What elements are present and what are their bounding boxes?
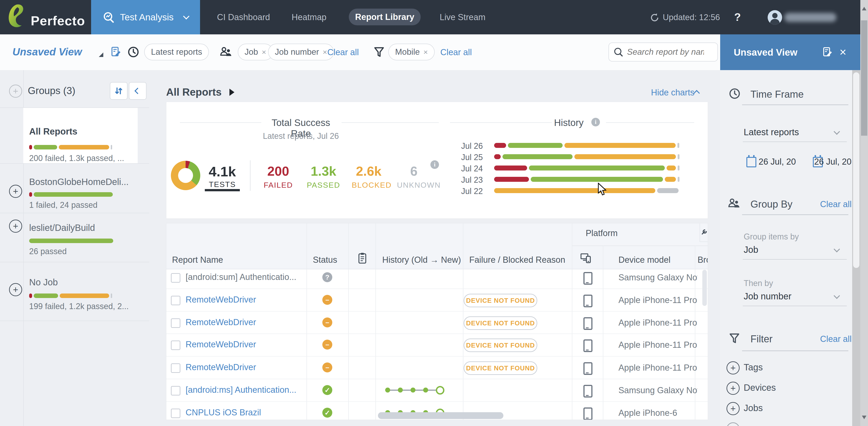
close-icon[interactable]: × xyxy=(423,48,428,57)
row-checkbox[interactable] xyxy=(171,273,180,283)
then-by-select[interactable]: Job number xyxy=(744,291,792,301)
group-chip-job[interactable]: Job× xyxy=(238,43,273,60)
scroll-down-icon[interactable] xyxy=(862,416,866,419)
avatar[interactable] xyxy=(768,10,782,25)
report-name[interactable]: RemoteWebDriver xyxy=(186,340,256,349)
filter-item-jobs[interactable]: Jobs xyxy=(744,403,763,413)
group-items-select[interactable]: Job xyxy=(744,245,758,255)
col-report-name[interactable]: Report Name xyxy=(172,255,223,265)
add-devices-filter-icon[interactable]: + xyxy=(726,382,740,395)
row-checkbox[interactable] xyxy=(171,386,180,395)
group-chip-job-number[interactable]: Job number× xyxy=(268,43,334,60)
filter-chip-mobile[interactable]: Mobile× xyxy=(388,43,435,60)
wrench-cell[interactable] xyxy=(700,223,708,242)
save-view-icon[interactable] xyxy=(110,46,121,57)
row-checkbox[interactable] xyxy=(171,318,180,328)
close-icon[interactable]: × xyxy=(262,48,266,57)
report-name[interactable]: RemoteWebDriver xyxy=(186,317,256,327)
filter-clear-all[interactable]: Clear all xyxy=(440,48,472,57)
nav-item-ci-dashboard[interactable]: CI Dashboard xyxy=(217,0,270,34)
add-group-icon[interactable]: + xyxy=(9,85,22,98)
history-dots[interactable] xyxy=(385,386,451,395)
phone-icon xyxy=(583,407,592,420)
expand-group-icon[interactable]: + xyxy=(9,185,22,198)
help-icon[interactable]: ? xyxy=(734,11,741,23)
expand-group-icon[interactable]: + xyxy=(9,219,22,233)
chevron-down-icon[interactable] xyxy=(834,246,840,252)
clipboard-icon[interactable] xyxy=(358,252,367,264)
table-horizontal-scrollbar[interactable] xyxy=(378,412,503,419)
col-browser[interactable]: Bro xyxy=(698,255,708,265)
status-blocked-icon: – xyxy=(322,295,332,305)
add-filter-icon[interactable] xyxy=(726,422,740,426)
report-name[interactable]: CNPLUS iOS Brazil xyxy=(186,408,261,418)
view-menu-caret-icon[interactable] xyxy=(99,53,103,57)
time-frame-select[interactable]: Latest reports xyxy=(744,127,799,137)
row-checkbox[interactable] xyxy=(171,408,180,418)
row-checkbox[interactable] xyxy=(171,296,180,305)
row-checkbox[interactable] xyxy=(171,340,180,350)
window-scrollbar[interactable] xyxy=(860,0,868,426)
panel-scrollbar-thumb[interactable] xyxy=(853,72,860,268)
window-scrollbar-thumb[interactable] xyxy=(861,20,867,136)
expand-group-icon[interactable]: + xyxy=(9,283,22,296)
time-frame-title: Time Frame xyxy=(750,89,804,100)
expand-title-caret-icon[interactable] xyxy=(229,89,235,96)
group-card-lesliet[interactable]: lesliet/DailyBuild 26 passed xyxy=(23,213,138,262)
row-checkbox[interactable] xyxy=(171,363,180,373)
group-clear-all[interactable]: Clear all xyxy=(327,48,359,57)
report-name[interactable]: [android:sum] Authenticatio... xyxy=(186,272,296,282)
page-title[interactable]: All Reports xyxy=(166,86,221,98)
refresh-icon[interactable] xyxy=(649,12,660,23)
chevron-down-icon[interactable] xyxy=(834,128,840,135)
group-card-no-job[interactable]: No Job 199 failed, 1.2k passed, 2... xyxy=(23,262,138,321)
filter-item-devices[interactable]: Devices xyxy=(744,383,776,393)
panel-header: Unsaved View × xyxy=(720,34,860,70)
collapse-sidebar-button[interactable] xyxy=(129,82,147,100)
panel-scrollbar[interactable] xyxy=(852,70,860,426)
col-history[interactable]: History (Old → New) xyxy=(382,255,461,265)
group-card-all-reports[interactable]: All Reports 200 failed, 1.3k passed, ... xyxy=(23,108,138,163)
date-to[interactable]: 26 Jul, 20 xyxy=(814,157,851,166)
group-summary: 1 failed, 24 passed xyxy=(29,200,97,210)
report-name[interactable]: [android:ms] Authentication... xyxy=(186,385,296,395)
date-from[interactable]: 26 Jul, 20 xyxy=(758,157,796,166)
close-icon[interactable]: × xyxy=(839,45,846,59)
divider xyxy=(342,122,439,123)
group-name: lesliet/DailyBuild xyxy=(29,223,95,233)
status-unknown-icon: ? xyxy=(322,272,332,282)
calendar-icon[interactable] xyxy=(746,157,756,167)
add-jobs-filter-icon[interactable]: + xyxy=(726,402,740,415)
group-card-bostonglobe[interactable]: BostonGlobeHomeDeli... 1 failed, 24 pass… xyxy=(23,164,138,212)
nav-item-heatmap[interactable]: Heatmap xyxy=(291,0,327,34)
view-name[interactable]: Unsaved View xyxy=(12,46,82,58)
tab-test-analysis[interactable]: Test Analysis xyxy=(91,0,200,34)
nav-item-report-library[interactable]: Report Library xyxy=(349,8,421,25)
success-info-icon[interactable]: i xyxy=(430,160,439,169)
group-by-title: Group By xyxy=(750,199,793,210)
report-name[interactable]: RemoteWebDriver xyxy=(186,362,256,372)
search-input[interactable] xyxy=(627,47,704,57)
save-view-icon[interactable] xyxy=(822,47,833,57)
user-silhouette-icon xyxy=(768,10,782,25)
filter-clear-all[interactable]: Clear all xyxy=(820,334,851,344)
mouse-cursor xyxy=(598,183,608,196)
filter-item-tags[interactable]: Tags xyxy=(744,362,763,372)
device-type-icon[interactable] xyxy=(580,252,592,264)
col-device-model[interactable]: Device model xyxy=(618,255,671,265)
nav-item-live-stream[interactable]: Live Stream xyxy=(440,0,486,34)
close-icon[interactable]: × xyxy=(322,48,327,57)
time-frame-chip[interactable]: Latest reports xyxy=(144,43,209,60)
add-tags-filter-icon[interactable]: + xyxy=(726,361,740,374)
history-info-icon[interactable]: i xyxy=(591,118,600,126)
table-vertical-scrollbar[interactable] xyxy=(702,270,707,306)
col-status[interactable]: Status xyxy=(313,255,337,265)
scroll-up-icon[interactable] xyxy=(862,7,866,10)
col-failure[interactable]: Failure / Blocked Reason xyxy=(469,255,565,265)
hide-charts-link[interactable]: Hide charts xyxy=(651,88,694,97)
report-name[interactable]: RemoteWebDriver xyxy=(186,295,256,305)
sort-groups-button[interactable] xyxy=(110,82,127,100)
chevron-down-icon[interactable] xyxy=(834,293,840,299)
group-by-clear-all[interactable]: Clear all xyxy=(820,200,851,209)
group-result-bar xyxy=(29,294,113,298)
